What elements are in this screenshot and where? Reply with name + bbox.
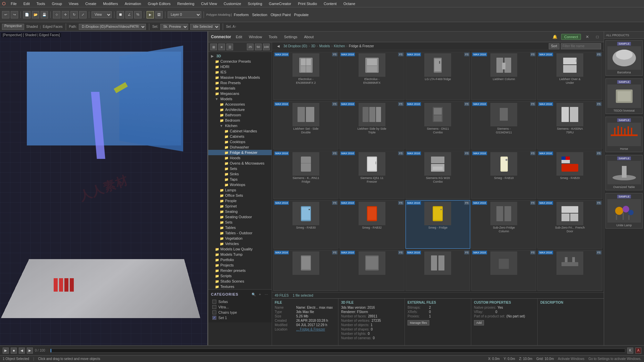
grid-item-25[interactable]: MAX 2016 F5 [537,250,602,291]
list-view-btn[interactable]: ≡ [218,44,225,50]
cat-item-sofas[interactable]: Sofas [211,299,269,304]
move-btn[interactable]: ✛ [62,11,69,18]
menu-animation[interactable]: Animation [123,1,143,6]
menu-tools[interactable]: Tools [35,1,47,6]
sidebar-tables[interactable]: 📁 Tables [208,225,272,230]
sidebar-sets[interactable]: 📁 Sets [208,166,272,171]
grid-item-2[interactable]: MAX 2016 F5 Electrolux - EN3889MFX [339,52,405,100]
menu-gamecreator[interactable]: GameCreator [268,1,293,6]
add-prop-btn[interactable]: Add [474,320,484,325]
grid-item-3[interactable]: MAX 2016 F5 LG LTA-F469 fridge [406,52,471,100]
next-frame-btn[interactable]: ▶ [27,348,33,354]
sidebar-vegetation[interactable]: 📁 Vegetation [208,236,272,241]
conn-edit-menu[interactable]: Edit [234,34,244,40]
sidebar-hdri[interactable]: 📁 HDRI [208,64,272,69]
sort-btn[interactable]: Sort [549,43,559,49]
rp-item-4[interactable]: SAMPLE Unite Lamp [605,193,643,229]
sidebar-roo[interactable]: 📁 Roo Presets [208,80,272,85]
freeform-btn[interactable]: Freeform [232,12,250,17]
grid-item-7[interactable]: MAX 2016 F5 Liebherr Side by Side Triple [339,101,405,150]
sidebar-sinks[interactable]: 📁 Sinks [208,171,272,177]
grid-item-22[interactable]: MAX 2016 F5 [339,250,405,291]
size-50[interactable]: 50 [255,44,262,50]
stop-btn[interactable]: ■ [11,348,17,354]
sidebar-accessories[interactable]: 📁 Accessories [208,102,272,107]
grid-item-9[interactable]: MAX 2016 F5 Siemens - GS34DW11 [471,101,536,150]
redo-btn[interactable]: ↪ [11,11,18,18]
sidebar-massive[interactable]: 📁 Massive Images Models [208,75,272,80]
grid-view-btn[interactable]: ⊞ [210,44,217,50]
snap-toggle[interactable]: 🔲 [117,11,124,18]
prev-frame-btn[interactable]: ◀ [19,348,25,354]
viewport[interactable]: [Perspective] [ Shaded | Edged Faces] 人人… [0,32,208,345]
menu-views[interactable]: Views [67,1,80,6]
grid-item-5[interactable]: MAX 2016 F5 Liebherr Over & Under [537,52,602,100]
menu-octane[interactable]: Octane [342,1,357,6]
conn-connect-btn[interactable]: Connect [561,34,581,40]
sidebar-render-presets[interactable]: 📁 Render presets [208,268,272,273]
sidebar-megascans[interactable]: 📁 Megascans [208,91,272,96]
rp-item-2[interactable]: SAMPLE Horse [605,117,643,152]
rp-item-1[interactable]: SAMPLE TEDDI loveseat [605,78,643,114]
file-grid[interactable]: MAX 2016 F5 Electrolux - EN3889MFX 2 MAX… [272,50,604,292]
grid-item-17[interactable]: MAX 2016 F5 Smeg - FAB32 [339,200,405,249]
percent-snap[interactable]: % [134,11,142,18]
sidebar-kitchen[interactable]: ▼ Kitchen [208,123,272,128]
cat-more-btn[interactable]: ⋯ [264,292,269,297]
breadcrumb-3d[interactable]: 3D [311,44,315,48]
menu-civil-view[interactable]: Civil View [200,1,218,6]
rotate-btn[interactable]: ↻ [70,11,78,18]
sidebar-seating[interactable]: 📁 Seating [208,209,272,214]
grid-item-20[interactable]: MAX 2016 F5 Sub-Zero Fri... French Door [537,200,602,249]
set-dropdown[interactable]: Sk. Preview [160,24,188,30]
conn-tools-menu[interactable]: Tools [267,34,279,40]
select-btn[interactable]: ⊹ [53,11,60,18]
size-100[interactable]: 100 [263,44,270,50]
mode-dropdown[interactable]: Idle Selected [190,24,220,30]
menu-rendering[interactable]: Rendering [176,1,196,6]
sidebar-ies[interactable]: 📁 IES [208,69,272,75]
sidebar-lamps[interactable]: 📁 Lamps [208,187,272,193]
angle-snap[interactable]: ∠ [125,11,133,18]
sidebar-scripts[interactable]: 📁 Scripts [208,273,272,279]
sidebar-people[interactable]: 📁 People [208,198,272,203]
cat-checkbox-vitra[interactable] [212,305,216,309]
conn-settings-menu[interactable]: Settings [282,34,300,40]
menu-group[interactable]: Group [50,1,63,6]
sidebar-fridge[interactable]: 📁 Fridge & Freezer [208,150,272,155]
sidebar-models-low[interactable]: 📁 Models Low Quality [208,246,272,252]
back-btn[interactable]: ◀ [275,43,282,50]
sidebar-cooktops[interactable]: 📁 Cooktops [208,139,272,144]
sidebar-studio-scenes[interactable]: 📁 Studio Scenes [208,279,272,284]
rp-item-0[interactable]: SAMPLE Barcelona [605,40,643,76]
grid-item-6[interactable]: MAX 2016 F5 Liebherr Set - Side Double [273,101,338,150]
breadcrumb-root[interactable]: 3d Dropbox (ID) [283,44,307,48]
manage-files-btn[interactable]: Manage files [408,320,429,325]
grid-item-12[interactable]: MAX 2016 F5 Siemens iQ51 11 Freezer [339,150,405,199]
menu-edit[interactable]: Edit [22,1,31,6]
cat-add-btn[interactable]: + [257,292,263,297]
sidebar-materials[interactable]: 📁 Materials [208,85,272,91]
grid-item-19[interactable]: MAX 2016 F5 Sub-Zero Fridge Column [471,200,536,249]
sidebar-bedroom[interactable]: 📁 Bedroom [208,118,272,123]
grid-item-10[interactable]: MAX 2016 F5 Siemens - KA50NA 75RU [537,101,602,150]
cat-search-btn[interactable]: 🔍 [251,292,256,297]
grid-item-18[interactable]: MAX 2016 F5 Smeg - Fridge [406,200,471,249]
sidebar-connector-presets[interactable]: 📁 Connector Presets [208,59,272,64]
conn-about-menu[interactable]: About [302,34,316,40]
sidebar-portfolio[interactable]: 📁 Portfolio [208,257,272,262]
populate-btn[interactable]: Populate [293,12,310,17]
conn-close-btn[interactable]: ✕ [584,33,591,41]
cat-item-set1[interactable]: ✓ Set 1 [211,315,269,320]
object-paint-btn[interactable]: Object Paint [269,12,292,17]
grid-item-24[interactable]: MAX 2016 F5 [471,250,536,291]
conn-maximize-btn[interactable]: □ [594,33,601,41]
sidebar-taps[interactable]: 📁 Taps [208,177,272,182]
cat-checkbox-sofas[interactable] [212,300,216,304]
cat-item-vitra[interactable]: Vitra... [211,304,269,310]
key-mode-btn[interactable]: K [627,348,633,354]
cat-checkbox-set1[interactable]: ✓ [212,316,216,320]
sidebar-hoods[interactable]: 📁 Hoods [208,155,272,161]
menu-customize[interactable]: Customize [222,1,243,6]
timeline-track[interactable] [50,349,625,353]
